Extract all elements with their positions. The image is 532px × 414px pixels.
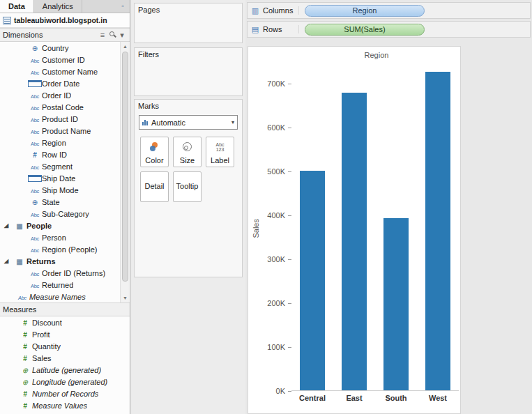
marks-title: Marks [135,100,242,112]
y-axis: 0K100K200K300K400K500K600K700K [248,66,291,391]
plot-area [291,66,459,391]
field-quantity[interactable]: Quantity [0,340,130,352]
abc-icon [28,269,42,277]
scrollbar-thumb[interactable] [122,52,128,282]
bar-east[interactable] [342,93,367,390]
bar-central[interactable] [300,171,325,390]
mark-type-dropdown[interactable]: Automatic ▾ [139,115,238,130]
field-measure-names[interactable]: Measure Names [0,291,130,302]
abc-icon [15,293,29,301]
filters-card[interactable]: Filters [134,47,243,96]
field-order-id[interactable]: Order ID [0,89,130,101]
field-person[interactable]: Person [0,231,130,243]
search-icon[interactable] [107,31,117,40]
dimensions-menu-caret-icon[interactable]: ▾ [117,31,127,40]
field-region-people[interactable]: Region (People) [0,243,130,255]
detail-label: Detail [144,182,164,190]
field-measure-values[interactable]: Measure Values [0,399,130,411]
field-row-id[interactable]: Row ID [0,148,130,160]
y-tick-mark [288,391,291,392]
field-label: Quantity [32,342,61,351]
field-label: Product ID [42,115,78,123]
measures-list: Discount Profit Quantity Sales Latitude … [0,316,130,411]
field-label: Country [42,44,69,52]
field-ship-date[interactable]: Ship Date [0,172,130,184]
label-label: Label [211,156,229,164]
field-label: Discount [32,319,62,327]
tooltip-button[interactable]: Tooltip [173,171,202,202]
field-returned[interactable]: Returned [0,279,130,291]
data-pane: Data Analytics ▫ tableaubiworld.blogspot… [0,0,130,414]
chart-card: Region Sales 0K100K200K300K400K500K600K7… [248,46,461,414]
size-button[interactable]: Size [173,137,202,167]
field-sales[interactable]: Sales [0,352,130,364]
mark-type-value: Automatic [151,118,231,127]
expand-triangle-icon[interactable]: ◢ [4,222,13,229]
field-product-name[interactable]: Product Name [0,125,130,137]
x-tick-label: West [417,394,459,402]
size-label: Size [180,156,195,164]
scroll-up-icon[interactable]: ▲ [121,42,130,51]
dimensions-title: Dimensions [3,31,98,39]
dimensions-scrollbar[interactable]: ▲ ▼ [120,42,129,302]
rows-shelf[interactable]: ▤ Rows SUM(Sales) [247,21,531,38]
table-icon [13,257,26,266]
pill-region[interactable]: Region [305,5,425,17]
field-profit[interactable]: Profit [0,328,130,340]
datasource-row[interactable]: tableaubiworld.blogspot.in [0,13,130,28]
field-sub-category[interactable]: Sub-Category [0,208,130,220]
abc-icon [28,210,42,218]
field-customer-id[interactable]: Customer ID [0,54,130,66]
field-product-id[interactable]: Product ID [0,113,130,125]
tab-analytics[interactable]: Analytics [34,0,82,13]
field-postal-code[interactable]: Postal Code [0,101,130,113]
field-customer-name[interactable]: Customer Name [0,66,130,77]
field-country[interactable]: Country [0,42,130,54]
field-label: Row ID [42,151,67,159]
detail-button[interactable]: Detail [140,171,169,202]
field-longitude[interactable]: Longitude (generated) [0,376,130,388]
bar-south[interactable] [383,218,409,390]
folder-people[interactable]: ◢People [0,220,130,231]
view-list-icon[interactable]: ≡ [98,31,107,39]
field-label: Person [42,233,66,242]
pages-card[interactable]: Pages [134,3,243,43]
tableau-window: Data Analytics ▫ tableaubiworld.blogspot… [0,0,532,414]
marks-buttons: Color Size Abc123 Label Detail Tooltip [135,132,242,206]
field-state[interactable]: State [0,196,130,208]
folder-returns[interactable]: ◢Returns [0,255,130,267]
abc-icon [28,162,42,171]
field-label: Order ID [42,91,71,100]
y-tick-label: 200K [250,298,285,308]
datasource-name: tableaubiworld.blogspot.in [14,16,107,24]
field-ship-mode[interactable]: Ship Mode [0,184,130,196]
pane-pin-icon[interactable]: ▫ [116,0,130,13]
label-icon: Abc123 [206,137,234,156]
number-icon [18,390,32,398]
abc-icon [28,127,42,135]
label-button[interactable]: Abc123 Label [206,137,234,167]
columns-shelf[interactable]: ▥ Columns Region [247,2,531,19]
scroll-down-icon[interactable]: ▼ [121,293,130,302]
bar-west[interactable] [425,72,450,390]
field-label: Order ID (Returns) [42,269,105,277]
tooltip-label: Tooltip [176,182,199,190]
field-order-id-returns[interactable]: Order ID (Returns) [0,267,130,279]
tab-data[interactable]: Data [0,0,34,13]
field-label: Measure Values [32,401,87,410]
globe-icon [28,44,42,52]
abc-icon [28,245,42,254]
globe-icon [18,366,32,374]
field-number-of-records[interactable]: Number of Records [0,388,130,399]
pill-sum-sales[interactable]: SUM(Sales) [305,24,425,36]
rows-label: Rows [263,25,299,33]
field-order-date[interactable]: Order Date [0,77,130,89]
field-latitude[interactable]: Latitude (generated) [0,364,130,376]
expand-triangle-icon[interactable]: ◢ [4,258,13,264]
field-segment[interactable]: Segment [0,160,130,172]
color-button[interactable]: Color [140,137,169,167]
abc-icon [28,139,42,147]
field-label: Segment [42,162,73,171]
field-region[interactable]: Region [0,137,130,148]
field-discount[interactable]: Discount [0,316,130,328]
